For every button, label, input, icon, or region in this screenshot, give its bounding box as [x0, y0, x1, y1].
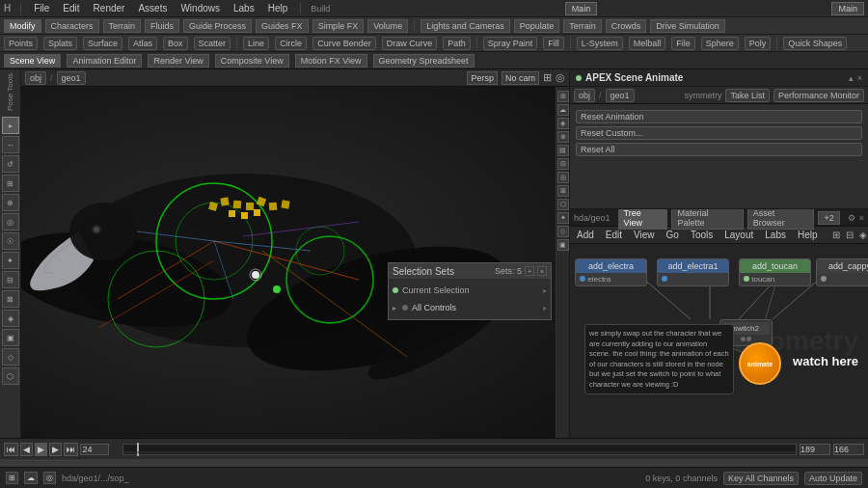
- node-menu-layout[interactable]: Layout: [721, 230, 756, 240]
- vp-btn-5[interactable]: ▤: [557, 145, 569, 156]
- node-canvas[interactable]: add_electra electra add_electra1 add_tou…: [570, 244, 868, 438]
- btn-timeline-prev-key[interactable]: ⏮: [4, 443, 18, 456]
- tab-terrain[interactable]: Terrain: [103, 19, 142, 33]
- menu-help[interactable]: Help: [265, 3, 291, 14]
- tab-guide[interactable]: Guide Process: [183, 19, 252, 33]
- tool-rotate[interactable]: ↺: [2, 155, 19, 173]
- btn-poly[interactable]: Poly: [745, 37, 772, 50]
- btn-line[interactable]: Line: [243, 37, 269, 50]
- tab-volume[interactable]: Volume: [367, 19, 408, 33]
- tool-scale[interactable]: ⊞: [2, 175, 19, 192]
- apex-take-list[interactable]: Take List: [725, 89, 770, 102]
- viewport-obj[interactable]: obj: [25, 71, 46, 85]
- tab-terrain2[interactable]: Terrain: [563, 19, 602, 33]
- viewport-icon-cam[interactable]: ◎: [556, 71, 565, 84]
- vp-btn-3[interactable]: ◈: [557, 118, 569, 129]
- tab-composite-view[interactable]: Composite View: [215, 54, 289, 68]
- timeline-track[interactable]: [122, 444, 797, 455]
- node-tab-asset[interactable]: Asset Browser: [747, 209, 815, 230]
- btn-fill[interactable]: Fill: [543, 37, 564, 50]
- btn-scatter[interactable]: Scatter: [194, 37, 231, 50]
- tab-fluids[interactable]: Fluids: [145, 19, 179, 33]
- tool-extra4[interactable]: ⬡: [2, 367, 19, 385]
- sel-btn-close[interactable]: ×: [537, 266, 547, 276]
- node-tool-icon-2[interactable]: ⊟: [846, 230, 854, 240]
- node-add-toucan[interactable]: add_toucan toucan: [739, 258, 811, 286]
- tool-transform[interactable]: ↔: [2, 136, 19, 153]
- tab-characters[interactable]: Characters: [45, 19, 99, 33]
- viewport-geo1[interactable]: geo1: [57, 71, 86, 85]
- tool-snap[interactable]: ✦: [2, 252, 19, 269]
- btn-draw-curve[interactable]: Draw Curve: [382, 37, 438, 50]
- frame-start-input[interactable]: [800, 444, 830, 455]
- frame-end-input[interactable]: [833, 444, 864, 455]
- tool-extra2[interactable]: ▣: [2, 329, 19, 346]
- apex-geo1[interactable]: geo1: [606, 89, 635, 102]
- node-tool-icon-1[interactable]: ⊞: [832, 230, 840, 240]
- apex-perf-monitor[interactable]: Performance Monitor: [773, 89, 864, 102]
- apex-collapse[interactable]: ▴: [849, 73, 854, 83]
- btn-atlas[interactable]: Atlas: [128, 37, 157, 50]
- btn-surface[interactable]: Surface: [83, 37, 122, 50]
- btn-timeline-next-key[interactable]: ⏭: [64, 443, 78, 456]
- btn-splats[interactable]: Splats: [43, 37, 77, 50]
- node-tab-more[interactable]: +2: [818, 211, 839, 225]
- apex-btn-reset-custom[interactable]: Reset Custom...: [576, 126, 862, 140]
- node-tab-material[interactable]: Material Palette: [671, 209, 743, 230]
- sel-current-label[interactable]: Current Selection: [402, 285, 470, 295]
- btn-file[interactable]: File: [671, 37, 695, 50]
- menu-render[interactable]: Render: [91, 3, 128, 14]
- viewport-icon-grid[interactable]: ⊞: [543, 71, 552, 84]
- tab-simple-fx[interactable]: Simple FX: [312, 19, 365, 33]
- node-editor-settings[interactable]: ⚙: [848, 213, 855, 223]
- node-menu-edit[interactable]: Edit: [603, 230, 625, 240]
- status-btn-1[interactable]: ⊞: [6, 472, 18, 484]
- tool-extra3[interactable]: ◇: [2, 348, 19, 366]
- tab-render-view[interactable]: Render View: [148, 54, 208, 68]
- node-add-cappy[interactable]: add_cappy: [816, 258, 868, 286]
- node-tool-icon-3[interactable]: ◈: [859, 230, 867, 240]
- apex-obj[interactable]: obj: [574, 89, 595, 102]
- sel-btn-add[interactable]: +: [525, 266, 534, 276]
- tool-extra1[interactable]: ◈: [2, 310, 19, 327]
- btn-lsystem[interactable]: L-System: [577, 37, 623, 50]
- menu-windows[interactable]: Windows: [177, 3, 223, 14]
- btn-curve-bender[interactable]: Curve Bender: [312, 37, 376, 50]
- btn-sphere[interactable]: Sphere: [701, 37, 739, 50]
- tool-cam[interactable]: ◎: [2, 213, 19, 230]
- main-tab[interactable]: Main: [565, 2, 598, 15]
- tab-crowds[interactable]: Crowds: [606, 19, 647, 33]
- tab-modify[interactable]: Modify: [4, 19, 41, 33]
- btn-circle[interactable]: Circle: [275, 37, 307, 50]
- btn-metaball[interactable]: Melball: [629, 37, 666, 50]
- vp-btn-10[interactable]: ✦: [557, 212, 569, 224]
- btn-timeline-next[interactable]: ▶: [49, 443, 62, 456]
- tab-geometry-spreadsheet[interactable]: Geometry Spreadsheet: [373, 54, 475, 68]
- vp-btn-12[interactable]: ▣: [557, 239, 569, 251]
- tab-scene-view[interactable]: Scene View: [4, 54, 61, 68]
- menu-edit[interactable]: Edit: [60, 3, 82, 14]
- node-menu-labs[interactable]: Labs: [762, 230, 789, 240]
- viewport-persp-dropdown[interactable]: Persp: [467, 71, 498, 85]
- menu-file[interactable]: File: [31, 3, 52, 14]
- node-tab-tree[interactable]: Tree View: [618, 209, 668, 230]
- node-add-electra[interactable]: add_electra electra: [575, 258, 647, 286]
- apex-btn-reset-anim[interactable]: Reset Animation: [576, 110, 862, 123]
- tool-2d[interactable]: ⊟: [2, 271, 19, 288]
- fps-input[interactable]: [80, 444, 109, 455]
- btn-timeline-play[interactable]: ▶: [35, 443, 47, 456]
- node-menu-help[interactable]: Help: [795, 230, 821, 240]
- btn-box[interactable]: Box: [163, 37, 188, 50]
- node-animate[interactable]: animate: [739, 342, 781, 385]
- node-menu-go[interactable]: Go: [664, 230, 682, 240]
- tab-guides-fx[interactable]: Guides FX: [256, 19, 309, 33]
- apex-btn-reset-all[interactable]: Reset All: [576, 143, 862, 156]
- tool-handle[interactable]: ⊕: [2, 194, 19, 211]
- sel-all-label[interactable]: All Controls: [412, 303, 456, 312]
- vp-btn-2[interactable]: ☁: [557, 104, 569, 116]
- vp-btn-6[interactable]: ⊟: [557, 158, 569, 170]
- menu-assets[interactable]: Assets: [135, 3, 170, 14]
- tab-populate[interactable]: Populate: [514, 19, 560, 33]
- btn-quick-shapes[interactable]: Quick Shapes: [783, 37, 847, 50]
- node-editor-close[interactable]: ×: [859, 213, 864, 223]
